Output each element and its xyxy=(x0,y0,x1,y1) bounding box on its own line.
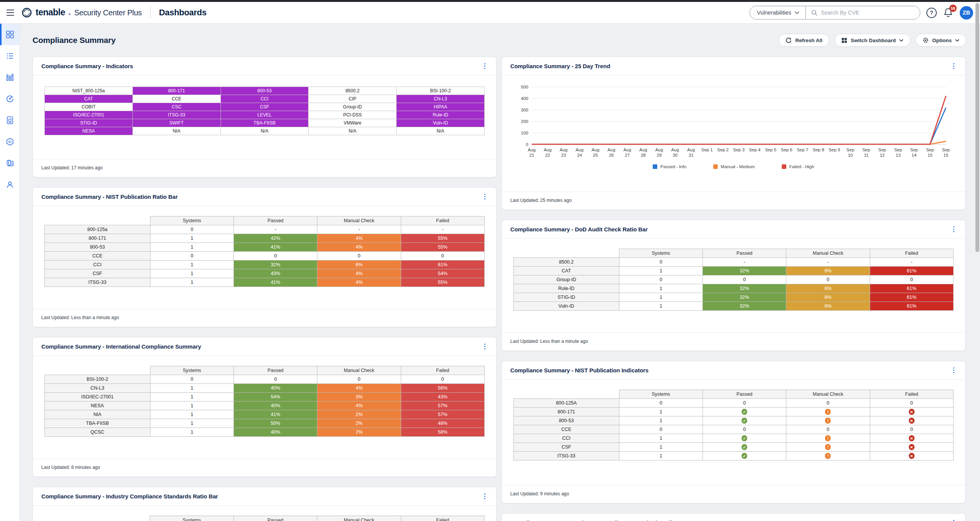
indicator-cell: 8500.2 xyxy=(309,87,397,95)
table-cell: 40% xyxy=(234,401,317,410)
row-label: ISO/IEC-27001 xyxy=(45,393,150,401)
sidebar-item-findings[interactable] xyxy=(0,45,20,67)
row-label: 800-53 xyxy=(514,416,619,425)
svg-text:Aug28: Aug28 xyxy=(639,147,647,157)
panel-industry-compliance-standards-indicators: Compliance Summary - Industry Compliance… xyxy=(501,513,965,521)
dashboard-columns: Compliance Summary - Indicators NIST_800… xyxy=(20,57,980,521)
switch-dashboard-button[interactable]: Switch Dashboard xyxy=(835,34,910,47)
brand-product: Security Center Plus xyxy=(74,8,142,17)
kebab-menu-icon[interactable] xyxy=(951,518,957,521)
indicator-cell: CCI xyxy=(220,95,309,103)
table-row: COBITCSCCSFGroup-IDHIPAA xyxy=(45,103,485,111)
search-icon xyxy=(811,10,818,16)
table-cell: 61% xyxy=(401,260,484,269)
kebab-menu-icon[interactable] xyxy=(951,62,957,71)
sidebar-item-users[interactable] xyxy=(0,174,20,195)
svg-text:Aug30: Aug30 xyxy=(671,147,679,157)
user-avatar[interactable]: ZB xyxy=(960,6,973,20)
column-header: Passed xyxy=(234,366,317,375)
indicator-cell: NESA xyxy=(45,127,133,135)
kebab-menu-icon[interactable] xyxy=(482,192,488,202)
indicator-cell: COBIT xyxy=(45,103,133,111)
table-row: Rule-ID132%6%61% xyxy=(514,284,954,293)
svg-text:Aug24: Aug24 xyxy=(576,147,583,157)
svg-text:Sep 2: Sep 2 xyxy=(717,147,728,152)
table-cell: 56% xyxy=(401,384,484,393)
svg-text:Sep 3: Sep 3 xyxy=(733,147,745,152)
table-row: STIG-ID132%6%61% xyxy=(514,293,954,302)
left-column: Compliance Summary - Indicators NIST_800… xyxy=(33,57,497,521)
warn-status-icon: ! xyxy=(825,435,831,441)
table-cell: 0 xyxy=(619,258,702,267)
options-button[interactable]: Options xyxy=(916,34,966,47)
table-row: CN-L3140%4%56% xyxy=(45,384,485,393)
table-cell: 6% xyxy=(786,302,870,311)
search-scope-value: Vulnerabilities xyxy=(757,10,791,16)
panel-header: Compliance Summary - Indicators xyxy=(33,57,496,75)
refresh-all-button[interactable]: Refresh All xyxy=(779,34,829,47)
legend-label: Passed - Info xyxy=(660,164,686,169)
svg-text:400: 400 xyxy=(521,96,528,101)
svg-text:Aug22: Aug22 xyxy=(544,147,551,157)
table-cell: 1 xyxy=(150,393,234,401)
indicator-cell: TBA-FIISB xyxy=(220,119,309,127)
table-row: Vuln-ID132%6%61% xyxy=(514,302,954,311)
notifications-button[interactable]: 59 xyxy=(943,7,954,18)
global-search: Vulnerabilities xyxy=(750,6,920,20)
table-cell: 0 xyxy=(234,375,317,384)
table-cell: 1 xyxy=(150,384,234,393)
search-scope-dropdown[interactable]: Vulnerabilities xyxy=(750,10,805,16)
help-icon[interactable]: ? xyxy=(926,8,937,18)
kebab-menu-icon[interactable] xyxy=(482,492,488,501)
kebab-menu-icon[interactable] xyxy=(482,342,488,351)
legend-label: Failed - High xyxy=(789,164,814,169)
table-cell: 0 xyxy=(317,375,401,384)
table-cell: 1 xyxy=(619,434,702,443)
table-cell: 1 xyxy=(150,234,234,243)
table-row: 800-53141%4%55% xyxy=(45,243,485,252)
sidebar-item-scans[interactable] xyxy=(0,88,20,110)
sidebar-item-assets[interactable] xyxy=(0,131,20,152)
table-cell: 48% xyxy=(401,419,484,428)
table-cell: 32% xyxy=(703,293,786,302)
sidebar-item-policies[interactable] xyxy=(0,152,20,174)
sidebar-item-reports[interactable] xyxy=(0,110,20,131)
ratio-table: SystemsPassedManual CheckFailed8500.20--… xyxy=(513,249,954,311)
table-cell: 0 xyxy=(619,399,702,408)
table-cell: 1 xyxy=(619,302,702,311)
table-row: CATCCECCICIPCN-L3 xyxy=(45,95,485,103)
svg-text:Sep 1: Sep 1 xyxy=(701,147,713,152)
fail-status-icon: ✕ xyxy=(909,453,915,459)
panel-title: Compliance Summary - NIST Publication In… xyxy=(510,367,648,374)
user-icon xyxy=(6,180,14,189)
panel-body: SystemsPassedManual CheckFailed xyxy=(33,506,496,521)
svg-text:Aug29: Aug29 xyxy=(655,147,663,157)
options-label: Options xyxy=(932,38,952,43)
legend-swatch xyxy=(713,164,718,169)
search-input[interactable] xyxy=(821,10,915,16)
sidebar-item-dashboards[interactable] xyxy=(0,24,20,45)
chevron-down-icon xyxy=(899,39,903,42)
kebab-menu-icon[interactable] xyxy=(951,225,957,234)
panel-international-compliance-summary: Compliance Summary - International Compl… xyxy=(33,337,497,477)
kebab-menu-icon[interactable] xyxy=(951,366,957,375)
dashboards-grid-icon xyxy=(6,30,14,39)
table-row: NESA140%4%57% xyxy=(45,401,485,410)
vertical-scrollbar[interactable] xyxy=(975,3,979,252)
table-row: ISO/IEC-27001ITSG-33LEVELPCI-DSSRule-ID xyxy=(45,111,485,119)
panel-header: Compliance Summary - NIST Publication Ra… xyxy=(33,188,496,206)
row-label: CSF xyxy=(514,443,619,452)
sidebar-item-workloads[interactable] xyxy=(0,67,20,88)
table-header-row: SystemsPassedManual CheckFailed xyxy=(45,216,485,225)
ratio-table: SystemsPassedManual CheckFailed800-125a0… xyxy=(44,216,485,287)
chart-legend: Passed - InfoManual - MediumFailed - Hig… xyxy=(513,164,954,169)
table-header-row: SystemsPassedManual CheckFailed xyxy=(514,249,954,258)
table-cell: 1 xyxy=(619,293,702,302)
workload-chart-icon xyxy=(6,73,14,82)
scan-target-icon xyxy=(6,95,14,103)
kebab-menu-icon[interactable] xyxy=(482,62,488,71)
table-row: NESANIAN/AN/AN/A xyxy=(45,127,485,135)
panel-title: Compliance Summary - NIST Publication Ra… xyxy=(41,193,178,200)
hamburger-menu-icon[interactable] xyxy=(5,9,15,16)
table-row: NIA141%2%57% xyxy=(45,410,485,419)
